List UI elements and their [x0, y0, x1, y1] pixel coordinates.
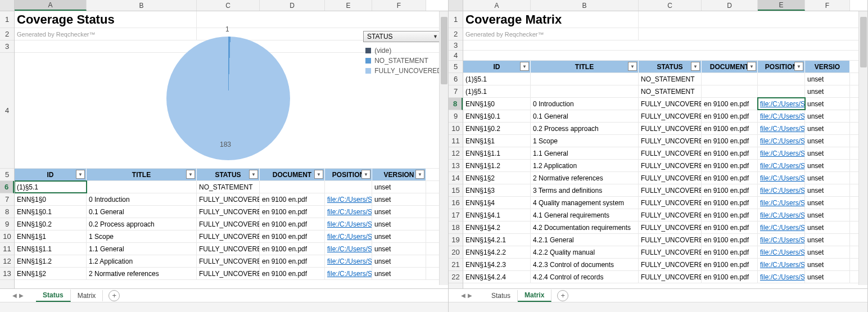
cell[interactable]: file:/C:/Users/Ste [325, 268, 372, 279]
column-header-F[interactable]: F [372, 0, 426, 11]
cell[interactable]: ENN§1§4.2.3 [463, 259, 531, 270]
row-header-7[interactable]: 7 [0, 193, 14, 206]
spreadsheet-grid[interactable]: 1 183 STATUS ▼ (vide)NO_STATEMENTFULLY_U… [15, 11, 448, 288]
cell[interactable]: FULLY_UNCOVERED [197, 243, 260, 255]
cell[interactable]: unset [805, 234, 850, 246]
row-header-6[interactable]: 6 [0, 181, 14, 193]
row-header-19[interactable]: 19 [449, 234, 463, 246]
cell[interactable]: 4.2.2 Quality manual [531, 246, 639, 258]
row-header-7[interactable]: 7 [449, 85, 463, 98]
column-header-B[interactable]: B [87, 0, 197, 11]
cell[interactable]: en 9100 en.pdf [702, 135, 758, 147]
cell[interactable]: FULLY_UNCOVERED [197, 193, 260, 205]
cell[interactable]: FULLY_UNCOVERED [639, 147, 702, 159]
cell[interactable]: FULLY_UNCOVERED [639, 160, 702, 171]
row-header-9[interactable]: 9 [0, 218, 14, 230]
cell[interactable]: en 9100 en.pdf [702, 147, 758, 159]
cell[interactable]: 1 Scope [531, 135, 639, 147]
cell[interactable]: unset [805, 160, 850, 171]
cell[interactable]: file:/C:/Users/Ste [758, 209, 805, 221]
vertical-scrollbar[interactable] [439, 11, 448, 285]
column-header-E[interactable]: E [325, 0, 372, 11]
filter-dropdown-icon[interactable]: ▼ [361, 170, 370, 179]
row-header-11[interactable]: 11 [0, 243, 14, 255]
cell[interactable]: file:/C:/Users/Ste [325, 218, 372, 230]
cell[interactable]: unset [805, 221, 850, 233]
column-header-E[interactable]: E [758, 0, 805, 11]
cell[interactable]: ENN§1§0.2 [463, 123, 531, 134]
cell[interactable]: ENN§1§0 [15, 193, 87, 205]
cell[interactable]: file:/C:/Users/Ste [758, 172, 805, 184]
cell[interactable]: ENN§1§4.2.4 [463, 271, 531, 283]
cell[interactable]: 1.1 General [87, 243, 197, 255]
cell[interactable]: ENN§1§2 [15, 268, 87, 279]
cell[interactable]: 1.1 General [531, 147, 639, 159]
row-header-3[interactable]: 3 [449, 40, 463, 51]
row-header-18[interactable]: 18 [449, 221, 463, 234]
cell[interactable]: file:/C:/Users/Ste [325, 230, 372, 242]
cell[interactable]: 0.1 General [531, 110, 639, 122]
cell[interactable]: en 9100 en.pdf [702, 172, 758, 184]
cell[interactable]: en 9100 en.pdf [702, 197, 758, 209]
cell[interactable]: FULLY_UNCOVERED [639, 209, 702, 221]
cell[interactable]: 4.1 General requirements [531, 209, 639, 221]
row-header-4[interactable]: 4 [0, 53, 14, 169]
file-link[interactable]: file:/C:/Users/Ste [327, 233, 372, 241]
cell[interactable]: unset [805, 110, 850, 122]
cell[interactable] [758, 85, 805, 97]
cell[interactable]: FULLY_UNCOVERED [197, 255, 260, 267]
cell[interactable]: 0.2 Process approach [531, 123, 639, 134]
file-link[interactable]: file:/C:/Users/Ste [327, 257, 372, 265]
file-link[interactable]: file:/C:/Users/Ste [760, 211, 805, 219]
cell[interactable]: 0 Introduction [87, 193, 197, 205]
select-all-corner[interactable] [0, 0, 15, 11]
filter-dropdown-icon[interactable]: ▼ [794, 62, 803, 71]
column-header-C[interactable]: C [197, 0, 260, 11]
file-link[interactable]: file:/C:/Users/Ste [760, 248, 805, 256]
cell[interactable]: unset [372, 243, 426, 255]
cell[interactable]: unset [372, 218, 426, 230]
cell[interactable]: (1)§5.1 [463, 85, 531, 97]
row-header-2[interactable]: 2 [0, 28, 14, 40]
cell[interactable]: en 9100 en.pdf [702, 123, 758, 134]
table-header-status[interactable]: STATUS▼ [197, 169, 260, 180]
filter-dropdown-icon[interactable]: ▼ [76, 170, 85, 179]
cell[interactable]: en 9100 en.pdf [260, 206, 325, 218]
table-header-id[interactable]: ID▼ [463, 61, 531, 73]
row-header-14[interactable]: 14 [449, 172, 463, 184]
row-header-2[interactable]: 2 [449, 28, 463, 40]
sheet-tab-status[interactable]: Status [36, 290, 71, 302]
file-link[interactable]: file:/C:/Users/Ste [327, 220, 372, 228]
file-link[interactable]: file:/C:/Users/Ste [760, 187, 805, 195]
row-header-21[interactable]: 21 [449, 259, 463, 271]
sheet-tab-matrix[interactable]: Matrix [518, 290, 551, 302]
cell[interactable]: NO_STATEMENT [639, 85, 702, 97]
file-link[interactable]: file:/C:/Users/Ste [327, 196, 372, 204]
cell[interactable] [531, 85, 639, 97]
cell[interactable]: en 9100 en.pdf [702, 184, 758, 196]
row-header-13[interactable]: 13 [0, 268, 14, 280]
filter-dropdown-icon[interactable]: ▼ [520, 62, 529, 71]
spreadsheet-grid[interactable]: Coverage MatrixGenerated by Reqchecker™I… [463, 11, 867, 288]
filter-dropdown-icon[interactable]: ▼ [249, 170, 258, 179]
cell[interactable]: 2 Normative references [87, 268, 197, 279]
table-header-title[interactable]: TITLE▼ [531, 61, 639, 73]
cell[interactable]: file:/C:/Users/Ste [758, 110, 805, 122]
cell[interactable]: (1)§5.1 [463, 73, 531, 85]
column-header-D[interactable]: D [702, 0, 758, 11]
pie-chart[interactable]: 1 183 STATUS ▼ (vide)NO_STATEMENTFULLY_U… [105, 25, 442, 171]
select-all-corner[interactable] [449, 0, 463, 11]
cell[interactable]: FULLY_UNCOVERED [639, 123, 702, 134]
cell[interactable]: en 9100 en.pdf [702, 209, 758, 221]
cell[interactable]: ENN§1§1 [15, 230, 87, 242]
file-link[interactable]: file:/C:/Users/Ste [760, 112, 805, 120]
file-link[interactable]: file:/C:/Users/Ste [760, 261, 805, 269]
cell[interactable]: 1 Scope [87, 230, 197, 242]
cell[interactable]: en 9100 en.pdf [260, 268, 325, 279]
cell[interactable]: 0.1 General [87, 206, 197, 218]
add-sheet-button[interactable]: + [108, 290, 120, 301]
cell[interactable]: ENN§1§3 [463, 184, 531, 196]
cell[interactable]: file:/C:/Users/Ste [758, 197, 805, 209]
file-link[interactable]: file:/C:/Users/Ste [327, 270, 372, 278]
file-link[interactable]: file:/C:/Users/Ste [760, 224, 805, 232]
